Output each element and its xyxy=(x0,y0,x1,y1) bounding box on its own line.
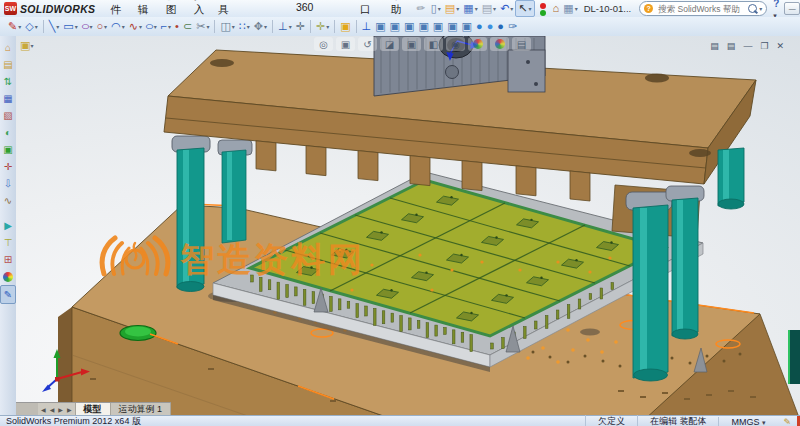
tab-model[interactable]: 模型 xyxy=(76,403,111,415)
motion-study-icon[interactable]: ▶ xyxy=(1,217,15,234)
grid-components-icon[interactable]: ⊞ xyxy=(1,251,15,268)
view-cube-1-icon[interactable]: ▣ xyxy=(373,19,387,34)
chevron-down-icon[interactable]: ▾ xyxy=(206,23,209,30)
chevron-down-icon[interactable]: ▾ xyxy=(122,23,125,30)
centerpoint-arc-icon[interactable]: ◠▾ xyxy=(109,19,127,34)
measure-pen-icon[interactable]: ✑ xyxy=(506,19,519,34)
repair-sketch-icon[interactable]: ✛ xyxy=(294,19,307,34)
chevron-down-icon[interactable]: ▾ xyxy=(575,5,578,12)
sketch-fillet-icon[interactable]: ⌐▾ xyxy=(159,19,173,34)
hide-show-items-icon[interactable]: ◉ xyxy=(446,37,465,51)
chevron-down-icon[interactable]: ▾ xyxy=(510,5,513,12)
view-palette-icon[interactable]: ▧ xyxy=(1,107,15,124)
tab-nav-2[interactable]: ▶ xyxy=(56,406,65,413)
shaded-sphere-1-icon[interactable]: ● xyxy=(474,19,485,34)
chevron-down-icon[interactable]: ▾ xyxy=(139,23,142,30)
status-units[interactable]: MMGS ▾ xyxy=(718,417,777,426)
tab-nav-3[interactable]: ▶ xyxy=(65,406,74,413)
edit-appearance-icon[interactable] xyxy=(468,37,487,51)
apply-scene-icon[interactable] xyxy=(490,37,509,51)
toolbox-addin-icon[interactable]: ▣ xyxy=(338,19,352,34)
doc-close-icon[interactable]: ✕ xyxy=(774,39,786,54)
section-view-icon[interactable]: ◪ xyxy=(380,37,399,51)
file-explorer-icon[interactable]: ⇅ xyxy=(1,73,15,90)
chevron-down-icon[interactable]: ▾ xyxy=(56,23,59,30)
chevron-down-icon[interactable]: ▾ xyxy=(529,5,532,12)
pin-menu-icon[interactable]: ✐ xyxy=(414,2,427,16)
select-icon[interactable]: ↖▾ xyxy=(515,0,534,17)
trim-entities-icon[interactable]: ✂▾ xyxy=(194,19,211,34)
green-bushing[interactable] xyxy=(120,326,156,341)
chevron-down-icon[interactable]: ▾ xyxy=(104,23,107,30)
view-cube-7-icon[interactable]: ▣ xyxy=(460,19,474,34)
ellipse-icon[interactable]: ○▾ xyxy=(144,19,159,34)
chevron-down-icon[interactable]: ▾ xyxy=(456,5,459,12)
zoom-fit-icon[interactable]: ◎ xyxy=(314,37,333,51)
solidworks-resources-icon[interactable]: ⌂ xyxy=(1,39,15,56)
view-settings-hud-icon[interactable]: ▤ xyxy=(512,37,531,51)
guide-pillar-3[interactable] xyxy=(626,192,672,381)
assembly-origin-icon[interactable]: ⊥ xyxy=(360,19,374,34)
assembly-flyout-icon[interactable]: ▣ xyxy=(20,39,30,52)
view-cube-6-icon[interactable]: ▣ xyxy=(445,19,459,34)
shaded-sphere-2-icon[interactable]: ● xyxy=(485,19,496,34)
corner-rectangle-icon[interactable]: ▭▾ xyxy=(61,19,79,34)
straight-slot-icon[interactable]: ○▾ xyxy=(80,19,95,34)
scene-library-icon[interactable]: ▣ xyxy=(1,141,15,158)
chevron-down-icon[interactable]: ▾ xyxy=(264,23,267,30)
search-box[interactable]: ? ▾ xyxy=(639,1,767,16)
chevron-down-icon[interactable]: ▾ xyxy=(18,23,21,30)
chevron-down-icon[interactable]: ▾ xyxy=(168,23,171,30)
file-properties-icon[interactable]: ⌂ xyxy=(551,1,562,16)
view-settings-icon[interactable]: ▦▾ xyxy=(561,1,579,16)
spline-icon[interactable]: ∿▾ xyxy=(127,19,144,34)
quick-snaps-icon[interactable]: ✛▾ xyxy=(314,19,331,34)
line-icon[interactable]: ╲▾ xyxy=(47,19,62,34)
sketch-icon[interactable]: ✎▾ xyxy=(6,19,23,34)
doc-minimize-icon[interactable]: — xyxy=(741,39,754,54)
previous-view-icon[interactable]: ↺ xyxy=(358,37,377,51)
print-icon[interactable]: ▤▾ xyxy=(480,1,498,16)
point-icon[interactable]: • xyxy=(173,19,181,34)
view-orientation-icon[interactable]: ▣ xyxy=(402,37,421,51)
pack-and-go-icon[interactable]: ⇩ xyxy=(1,175,15,192)
open-icon[interactable]: ▤▾ xyxy=(443,1,461,16)
save-icon[interactable]: ▦▾ xyxy=(461,1,479,16)
view-cube-3-icon[interactable]: ▣ xyxy=(402,19,416,34)
circle-icon[interactable]: ○▾ xyxy=(94,19,109,34)
graphics-viewport[interactable]: 智造资料网 ◎▣↺◪▣◧◉▤ ▣ ▾ ▤▤—❐✕ ◀◀▶▶ 模型运动算例 1 xyxy=(16,36,800,415)
shaded-sphere-3-icon[interactable]: ● xyxy=(495,19,506,34)
doc-pane-1-icon[interactable]: ▤ xyxy=(708,39,721,54)
tab-motion-study[interactable]: 运动算例 1 xyxy=(111,403,172,415)
search-pane-icon[interactable]: ▦ xyxy=(1,90,15,107)
chevron-down-icon[interactable]: ▾ xyxy=(475,5,478,12)
chevron-down-icon[interactable]: ▾ xyxy=(30,42,33,49)
convert-entities-icon[interactable]: ⊂ xyxy=(181,19,194,34)
guide-pillar-4[interactable] xyxy=(666,186,704,339)
chevron-down-icon[interactable]: ▾ xyxy=(75,23,78,30)
search-icon[interactable] xyxy=(748,4,757,13)
search-input[interactable] xyxy=(656,3,746,15)
chevron-down-icon[interactable]: ▾ xyxy=(438,5,441,12)
zoom-area-icon[interactable]: ▣ xyxy=(336,37,355,51)
search-dropdown-icon[interactable]: ▾ xyxy=(759,5,762,12)
chevron-down-icon[interactable]: ▾ xyxy=(35,23,38,30)
ink-pen-icon[interactable]: ✎ xyxy=(0,285,16,304)
display-relations-icon[interactable]: ⊥▾ xyxy=(276,19,294,34)
blocks-icon[interactable]: ⊤ xyxy=(1,234,15,251)
chevron-down-icon[interactable]: ▾ xyxy=(247,23,250,30)
design-library-icon[interactable]: ▤ xyxy=(1,56,15,73)
chevron-down-icon[interactable]: ▾ xyxy=(289,23,292,30)
display-style-icon[interactable]: ◧ xyxy=(424,37,443,51)
linear-sketch-pattern-icon[interactable]: ∷▾ xyxy=(237,19,252,34)
undo-icon[interactable]: ↶▾ xyxy=(498,1,515,16)
doc-pane-2-icon[interactable]: ▤ xyxy=(725,39,738,54)
mirror-entities-icon[interactable]: ◫▾ xyxy=(218,19,236,34)
view-cube-5-icon[interactable]: ▣ xyxy=(431,19,445,34)
guide-pillar-5[interactable] xyxy=(718,148,744,209)
chevron-down-icon[interactable]: ▾ xyxy=(326,23,329,30)
view-cube-4-icon[interactable]: ▣ xyxy=(416,19,430,34)
feature-tree-flyout[interactable]: ▣ ▾ xyxy=(20,39,33,52)
appearances-icon[interactable]: ◐ xyxy=(1,124,15,141)
guide-pillar-6[interactable] xyxy=(788,330,800,384)
